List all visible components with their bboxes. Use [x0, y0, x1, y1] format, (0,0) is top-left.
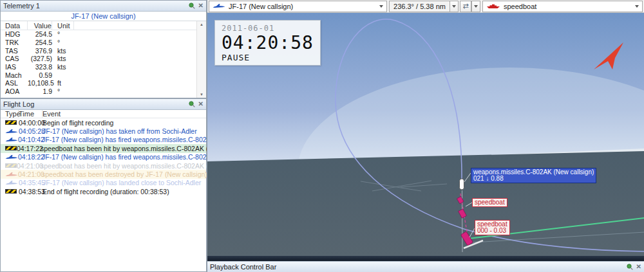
flight-log-time: 04:35:45 — [19, 179, 43, 187]
flight-log-row[interactable]: 04:05:28JF-17 (New callsign) has taken o… — [1, 127, 206, 135]
flight-log-row[interactable]: 04:38:53End of flight recording (duratio… — [1, 187, 206, 195]
missile-label-telemetry: 021 ↓ 0.88 — [473, 176, 594, 182]
telemetry-cell: ASL — [1, 79, 28, 87]
telemetry-cell: (327.5) — [28, 55, 52, 62]
hazard-faded-icon — [5, 163, 17, 168]
telemetry-cell: 323.8 — [28, 63, 52, 71]
telemetry-object-selector[interactable]: JF-17 (New callsign) — [1, 12, 206, 21]
chevron-down-icon — [379, 5, 383, 8]
pin-icon[interactable] — [189, 3, 195, 9]
telemetry-row[interactable]: IAS323.8kts — [1, 63, 206, 71]
scroll-up-icon[interactable]: ▲ — [200, 23, 204, 26]
swap-objects-button[interactable]: ⇄ — [460, 1, 471, 12]
hazard-icon — [5, 146, 17, 150]
destroyed-faded-icon — [5, 172, 18, 177]
speedboat-object-label[interactable]: speedboat — [472, 198, 507, 207]
primary-object-name: JF-17 (New callsign) — [229, 3, 293, 10]
bearing-range-value: 236.3° / 5.38 nm — [393, 3, 446, 10]
flight-log-time: 04:17:22 — [17, 144, 41, 152]
telemetry-cell: Mach — [1, 71, 28, 79]
flight-log-row[interactable]: 04:10:42JF-17 (New callsign) has fired w… — [1, 136, 206, 144]
chevron-down-icon — [474, 5, 478, 8]
flight-log-event: JF-17 (New callsign) has fired weapons.m… — [42, 153, 216, 161]
playback-bar-title: Playback Control Bar — [210, 263, 627, 271]
telemetry-cell: TRK — [1, 39, 28, 46]
missile-object — [460, 179, 464, 190]
ship-icon — [486, 3, 500, 10]
telemetry-cell: AOA — [1, 87, 28, 95]
secondary-object-combobox[interactable]: speedboat — [482, 1, 643, 12]
pin-icon[interactable] — [189, 101, 195, 107]
flight-log-row[interactable]: 04:35:45JF-17 (New callsign) has landed … — [1, 179, 206, 187]
telemetry-row[interactable]: Mach0.59 — [1, 71, 206, 79]
swap-options-dropdown-button[interactable] — [471, 1, 480, 12]
flight-log-col-event: Event — [43, 110, 206, 118]
telemetry-cell: IAS — [1, 63, 28, 71]
telemetry-panel: Telemetry 1 ✕ JF-17 (New callsign) Data … — [0, 0, 207, 98]
pin-icon[interactable] — [627, 264, 633, 270]
clock-overlay: 2011-06-01 04:20:58 PAUSE — [214, 20, 321, 66]
scroll-down-icon[interactable]: ▼ — [200, 93, 204, 96]
flight-log-row[interactable]: 04:21:00speedboat has been hit by weapon… — [1, 161, 206, 170]
viewport-bottom-strip — [207, 256, 644, 261]
telemetry-object-name: JF-17 (New callsign) — [71, 12, 135, 20]
hazard-icon — [5, 189, 17, 194]
telemetry-row[interactable]: ASL10,108.5ft — [1, 79, 206, 87]
flight-log-event: speedboat has been destroyed by JF-17 (N… — [42, 170, 207, 178]
speedboat-label-name: speedboat — [475, 199, 505, 206]
flight-log-time: 04:38:53 — [19, 187, 43, 195]
swap-arrows-icon: ⇄ — [462, 2, 468, 10]
flight-log-event: JF-17 (New callsign) has taken off from … — [43, 127, 206, 135]
telemetry-col-data: Data — [1, 21, 28, 30]
close-icon[interactable]: ✕ — [198, 101, 204, 107]
telemetry-row[interactable]: TAS376.9kts — [1, 46, 206, 55]
flight-log-panel-title: Flight Log — [3, 100, 189, 108]
flight-log-col-time: Time — [19, 110, 43, 118]
flight-log-time: 04:18:22 — [18, 153, 42, 161]
chevron-down-icon — [635, 5, 639, 8]
telemetry-cell: kts — [52, 55, 74, 62]
bearing-options-dropdown-button[interactable] — [450, 1, 459, 12]
telemetry-scrollbar[interactable]: ▲ ▼ — [196, 21, 206, 98]
flight-log-row[interactable]: 04:17:22speedboat has been hit by weapon… — [1, 144, 206, 152]
flight-log-time: 04:21:00 — [17, 161, 41, 170]
telemetry-row[interactable]: CAS(327.5)kts — [1, 55, 206, 63]
flight-log-event: JF-17 (New callsign) has fired weapons.m… — [42, 136, 216, 144]
playback-control-bar: Playback Control Bar ✕ — [207, 261, 644, 272]
close-icon[interactable]: ✕ — [636, 264, 641, 270]
telemetry-titlebar: Telemetry 1 ✕ — [1, 1, 206, 12]
telemetry-table-body: HDG254.5°TRK254.5°TAS376.9ktsCAS(327.5)k… — [1, 30, 206, 96]
secondary-object-name: speedboat — [504, 3, 536, 10]
flightlog-rows: 04:00:00Begin of flight recording04:05:2… — [1, 118, 206, 196]
flight-log-row[interactable]: 04:21:00speedboat has been destroyed by … — [1, 170, 206, 178]
clock-time: 04:20:58 — [222, 33, 314, 53]
telemetry-cell: HDG — [1, 30, 28, 38]
flight-log-row[interactable]: 04:00:00Begin of flight recording — [1, 118, 206, 127]
telemetry-cell: ° — [52, 30, 74, 38]
flight-log-event: End of flight recording (duration: 00:38… — [43, 187, 206, 195]
telemetry-cell: ° — [52, 87, 74, 95]
plane-icon — [213, 3, 225, 10]
close-icon[interactable]: ✕ — [198, 3, 204, 9]
telemetry-panel-title: Telemetry 1 — [3, 2, 189, 10]
flight-log-col-type: Type — [1, 110, 19, 118]
missile-object-label[interactable]: weapons.missiles.C-802AK (New callsign) … — [471, 168, 596, 183]
flight-log-row[interactable]: 04:18:22JF-17 (New callsign) has fired w… — [1, 153, 206, 161]
telemetry-col-value: Value — [28, 21, 52, 30]
primary-object-combobox[interactable]: JF-17 (New callsign) — [209, 1, 387, 12]
flight-log-time: 04:10:42 — [18, 136, 42, 144]
telemetry-cell: 1.9 — [28, 87, 52, 95]
telemetry-row[interactable]: TRK254.5° — [1, 39, 206, 47]
telemetry-table: Data Value Unit HDG254.5°TRK254.5°TAS376… — [1, 21, 206, 98]
telemetry-cell: CAS — [1, 55, 28, 62]
playback-status: PAUSE — [222, 53, 314, 62]
flight-log-time: 04:05:28 — [19, 127, 43, 135]
hazard-icon — [5, 120, 17, 125]
bearing-range-display: 236.3° / 5.38 nm — [389, 1, 450, 12]
telemetry-col-unit: Unit — [52, 21, 74, 30]
speedboat-object-label[interactable]: speedboat 000 - 0.03 — [475, 220, 510, 235]
flight-log-time: 04:00:00 — [19, 118, 43, 127]
telemetry-row[interactable]: AOA1.9° — [1, 87, 206, 96]
3d-viewport[interactable]: 2011-06-01 04:20:58 PAUSE weapons.missil… — [207, 13, 644, 256]
telemetry-row[interactable]: HDG254.5° — [1, 30, 206, 39]
